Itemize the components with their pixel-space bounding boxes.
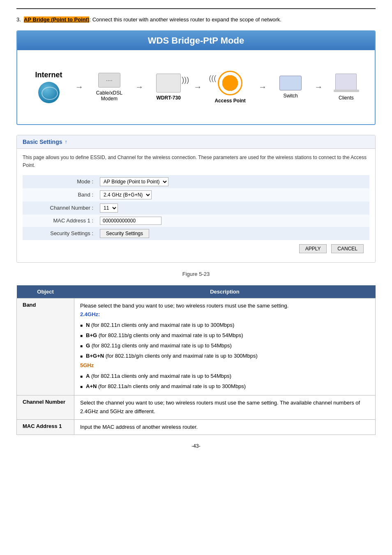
diagram-ap: ((( Access Point — [214, 71, 245, 104]
arrow-1: → — [75, 82, 83, 92]
diagram-clients: Clients — [335, 74, 357, 101]
security-label: Security Settings : — [23, 227, 97, 240]
wds-diagram-title: WDS Bridge-PtP Mode — [148, 35, 244, 46]
band-item-bg-text: B+G (for 802.11b/g clients only and maxi… — [86, 331, 243, 340]
band-item-an-text: A+N (for 802.11a/n clients only and maxi… — [86, 382, 246, 391]
page-number: -43- — [16, 443, 376, 449]
mac-object-cell: MAC Address 1 — [17, 419, 74, 435]
client-icon — [335, 74, 357, 90]
arrow-3: → — [194, 82, 202, 92]
mode-label: Mode : — [23, 175, 97, 188]
mac-value-cell — [97, 215, 369, 227]
band-description-cell: Please select the band you want to use; … — [74, 298, 376, 395]
arrow-5: → — [314, 82, 323, 92]
band-item-bgn-text: B+G+N (for 802.11b/g/n clients only and … — [86, 352, 258, 361]
globe-icon — [38, 82, 60, 103]
band-row: Band : 2.4 GHz (B+G+N) — [23, 188, 369, 201]
channel-value-cell: 11 — [97, 201, 369, 215]
band-item-g: G (for 802.11g clients only and maximal … — [80, 341, 369, 351]
intro-highlight: AP Bridge (Point to Point) — [24, 16, 89, 23]
basic-settings-body: This page allows you to define ESSID, an… — [17, 149, 375, 262]
table-row-mac: MAC Address 1 Input the MAC address of a… — [17, 419, 376, 435]
channel-desc-text: Select the channel you want to use; two … — [80, 400, 360, 414]
intro-number: 3. — [16, 16, 21, 23]
internet-label: Internet — [35, 71, 62, 79]
security-row: Security Settings : Security Settings — [23, 227, 369, 240]
table-row-channel: Channel Number Select the channel you wa… — [17, 395, 376, 420]
security-settings-button[interactable]: Security Settings — [100, 229, 149, 238]
settings-icon: ↑ — [65, 139, 67, 145]
diagram-modem: Cable/xDSLModem — [96, 73, 122, 102]
clients-label: Clients — [339, 95, 354, 101]
basic-settings-box: Basic Settings ↑ This page allows you to… — [16, 135, 376, 263]
wds-diagram-body: Internet → Cable/xDSLModem → ))) WDRT-73… — [17, 50, 375, 124]
intro-paragraph: 3. AP Bridge (Point to Point): Connect t… — [16, 16, 376, 24]
channel-row: Channel Number : 11 — [23, 201, 369, 215]
arrow-4: → — [258, 82, 267, 92]
channel-select[interactable]: 11 — [100, 204, 118, 213]
diagram-router: ))) WDRT-730 — [156, 74, 181, 101]
mac-row: MAC Address 1 : — [23, 215, 369, 227]
band-item-g-text: G (for 802.11g clients only and maximal … — [86, 342, 232, 350]
settings-description: This page allows you to define ESSID, an… — [23, 154, 369, 169]
band-5ghz-heading: 5GHz — [80, 362, 94, 368]
settings-table: Mode : AP Bridge (Point to Point) Band :… — [23, 175, 369, 240]
band-item-an: A+N (for 802.11a/n clients only and maxi… — [80, 382, 369, 392]
cancel-button[interactable]: CANCEL — [331, 244, 364, 253]
band-2ghz-heading: 2.4GHz: — [80, 311, 100, 317]
band-value-cell: 2.4 GHz (B+G+N) — [97, 188, 369, 201]
basic-settings-header: Basic Settings ↑ — [17, 135, 375, 149]
band-desc-text: Please select the band you want to use; … — [80, 303, 288, 309]
basic-settings-title: Basic Settings — [23, 139, 62, 145]
ap-icon — [218, 71, 242, 95]
band-label: Band : — [23, 188, 97, 201]
ap-label: Access Point — [214, 98, 245, 104]
router-icon — [156, 74, 181, 92]
channel-object-cell: Channel Number — [17, 395, 74, 420]
description-header: Description — [74, 285, 376, 298]
band-item-bgn: B+G+N (for 802.11b/g/n clients only and … — [80, 351, 369, 361]
band-item-a: A (for 802.11a clients only and maximal … — [80, 371, 369, 382]
diagram-switch: Switch — [279, 76, 302, 99]
diagram-internet: Internet — [35, 71, 62, 103]
wds-diagram-header: WDS Bridge-PtP Mode — [17, 31, 375, 50]
btn-row: APPLY CANCEL — [23, 240, 369, 257]
table-header-row: Object Description — [17, 285, 376, 298]
security-value-cell: Security Settings — [97, 227, 369, 240]
ap-waves-icon: ((( — [209, 74, 216, 83]
switch-icon — [279, 76, 302, 90]
mac-input[interactable] — [100, 217, 161, 225]
mode-value-cell: AP Bridge (Point to Point) — [97, 175, 369, 188]
figure-caption: Figure 5-23 — [16, 271, 376, 277]
arrow-2: → — [135, 82, 143, 92]
top-divider — [16, 8, 376, 9]
router-waves-icon: ))) — [182, 76, 189, 84]
channel-description-cell: Select the channel you want to use; two … — [74, 395, 376, 420]
band-select[interactable]: 2.4 GHz (B+G+N) — [100, 190, 152, 199]
router-label: WDRT-730 — [157, 95, 181, 101]
band-5ghz-list: A (for 802.11a clients only and maximal … — [80, 371, 369, 392]
table-row-band: Band Please select the band you want to … — [17, 298, 376, 395]
band-item-n-text: N (for 802.11n clients only and maximal … — [86, 321, 234, 330]
object-header: Object — [17, 285, 74, 298]
modem-icon — [98, 73, 120, 88]
modem-label: Cable/xDSLModem — [96, 90, 122, 102]
apply-button[interactable]: APPLY — [299, 244, 327, 253]
band-item-a-text: A (for 802.11a clients only and maximal … — [86, 372, 231, 381]
channel-label: Channel Number : — [23, 201, 97, 215]
band-item-bg: B+G (for 802.11b/g clients only and maxi… — [80, 331, 369, 341]
band-item-n: N (for 802.11n clients only and maximal … — [80, 320, 369, 331]
band-2ghz-list: N (for 802.11n clients only and maximal … — [80, 320, 369, 361]
wds-diagram-container: WDS Bridge-PtP Mode Internet → Cable/xDS… — [16, 30, 376, 125]
mac-label: MAC Address 1 : — [23, 215, 97, 227]
mode-row: Mode : AP Bridge (Point to Point) — [23, 175, 369, 188]
band-object-cell: Band — [17, 298, 74, 395]
mode-select[interactable]: AP Bridge (Point to Point) — [100, 177, 168, 186]
switch-label: Switch — [283, 93, 297, 99]
mac-desc-text: Input the MAC address of another wireles… — [80, 424, 198, 430]
description-table: Object Description Band Please select th… — [16, 285, 376, 435]
intro-description: : Connect this router with another wirel… — [89, 16, 281, 23]
mac-description-cell: Input the MAC address of another wireles… — [74, 419, 376, 435]
